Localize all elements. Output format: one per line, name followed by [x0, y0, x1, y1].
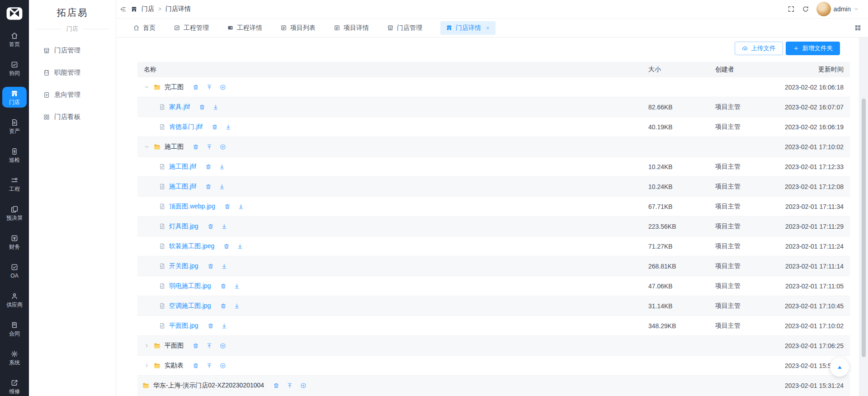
table-row-file[interactable]: 软装施工图.jpeg71.27KB项目主管2023-02-01 17:11:24 [137, 236, 850, 256]
download-icon[interactable] [212, 104, 219, 110]
upload-file-button[interactable]: 上传文件 [735, 42, 783, 55]
download-icon[interactable] [225, 124, 231, 130]
file-name-link[interactable]: 肯德基门.jfif [169, 123, 203, 131]
add-icon[interactable] [220, 343, 226, 349]
upload-icon[interactable] [206, 144, 212, 150]
upload-icon[interactable] [206, 343, 212, 349]
sidebar-item-patrol[interactable]: 巡检 [2, 145, 27, 165]
file-name-link[interactable]: 空调施工图.jpg [169, 302, 211, 310]
download-icon[interactable] [234, 303, 240, 309]
upload-icon[interactable] [287, 382, 293, 389]
chevron-down-icon[interactable] [144, 84, 150, 90]
chevron-right-icon[interactable] [144, 343, 150, 349]
download-icon[interactable] [221, 263, 227, 269]
delete-icon[interactable] [205, 164, 212, 170]
sidebar-item-store[interactable]: 门店 [2, 87, 27, 108]
file-name-link[interactable]: 灯具图.jpg [169, 222, 198, 231]
tab-home[interactable]: 首页 [133, 24, 156, 32]
fullscreen-icon[interactable] [788, 5, 795, 13]
sidebar-item-contract[interactable]: 合同 [2, 318, 27, 339]
download-icon[interactable] [238, 203, 244, 210]
tab-store-manage[interactable]: 门店管理 [387, 24, 422, 32]
new-folder-button[interactable]: 新增文件夹 [786, 42, 840, 55]
table-row-folder[interactable]: 华东-上海-演示门店02-XZ202302010042023-02-01 15:… [137, 376, 850, 396]
table-row-file[interactable]: 灯具图.jpg223.56KB项目主管2023-02-01 17:11:29 [137, 217, 850, 236]
download-icon[interactable] [234, 283, 240, 289]
download-icon[interactable] [237, 243, 243, 250]
chevron-right-icon[interactable] [144, 363, 150, 368]
table-row-file[interactable]: 开关图.jpg268.81KB项目主管2023-02-01 17:11:14 [137, 256, 850, 276]
delete-icon[interactable] [199, 104, 205, 110]
table-row-file[interactable]: 平面图.jpg348.29KB项目主管2023-02-01 17:10:02 [137, 316, 850, 336]
table-row-file[interactable]: 施工图.jfif10.24KB项目主管2023-02-01 17:12:33 [137, 157, 850, 177]
delete-icon[interactable] [223, 243, 230, 250]
tab-options-grid-icon[interactable] [854, 24, 862, 32]
file-name-link[interactable]: 顶面图.webp.jpg [169, 203, 215, 211]
submenu-item-duty-manage[interactable]: 职能管理 [43, 61, 116, 84]
file-name-link[interactable]: 软装施工图.jpeg [169, 242, 214, 250]
upload-icon[interactable] [206, 84, 212, 90]
delete-icon[interactable] [273, 382, 279, 389]
table-row-file[interactable]: 弱电施工图.jpg47.06KB项目主管2023-02-01 17:11:05 [137, 276, 850, 296]
table-row-folder[interactable]: 施工图2023-02-01 17:10:02 [137, 137, 850, 157]
delete-icon[interactable] [208, 263, 214, 269]
sidebar-item-project[interactable]: 工程 [2, 174, 27, 194]
file-name-link[interactable]: 开关图.jpg [169, 262, 198, 270]
sidebar-item-asset[interactable]: 资产 [2, 116, 27, 137]
delete-icon[interactable] [220, 303, 226, 309]
delete-icon[interactable] [193, 144, 199, 150]
tab-store-detail[interactable]: 门店详情 [440, 21, 495, 35]
tab-project-manage[interactable]: 工程管理 [174, 24, 209, 32]
back-to-top-button[interactable] [830, 358, 849, 377]
table-row-file[interactable]: 顶面图.webp.jpg67.71KB项目主管2023-02-01 17:11:… [137, 197, 850, 217]
sidebar-item-home[interactable]: 首页 [2, 29, 27, 50]
delete-icon[interactable] [208, 223, 214, 230]
delete-icon[interactable] [224, 203, 231, 210]
add-icon[interactable] [220, 144, 226, 150]
sidebar-item-finance[interactable]: 财务 [2, 231, 27, 252]
table-row-folder[interactable]: 平面图2023-02-01 17:06:25 [137, 336, 850, 356]
delete-icon[interactable] [220, 283, 226, 289]
add-icon[interactable] [220, 84, 226, 90]
download-icon[interactable] [221, 223, 227, 230]
download-icon[interactable] [221, 323, 227, 329]
file-name-link[interactable]: 家具.jfif [169, 103, 190, 111]
scrollbar-thumb[interactable] [862, 99, 866, 357]
delete-icon[interactable] [208, 323, 214, 329]
tab-project-detail[interactable]: 工程详情 [227, 24, 262, 32]
table-row-file[interactable]: 空调施工图.jpg31.14KB项目主管2023-02-01 17:10:45 [137, 296, 850, 316]
add-icon[interactable] [300, 382, 307, 389]
tab-project-list[interactable]: 项目列表 [280, 24, 316, 32]
table-row-file[interactable]: 施工图.jfif10.24KB项目主管2023-02-01 17:12:08 [137, 177, 850, 197]
download-icon[interactable] [219, 164, 225, 170]
upload-icon[interactable] [206, 363, 212, 369]
delete-icon[interactable] [205, 184, 212, 190]
delete-icon[interactable] [212, 124, 218, 130]
sidebar-item-repair[interactable]: 维修 [2, 376, 27, 396]
delete-icon[interactable] [193, 363, 199, 369]
download-icon[interactable] [219, 184, 225, 190]
file-name-link[interactable]: 平面图.jpg [169, 322, 198, 330]
submenu-item-intent-manage[interactable]: 意向管理 [43, 84, 116, 106]
collapse-sidebar-icon[interactable] [120, 6, 127, 13]
refresh-icon[interactable] [802, 5, 809, 13]
table-row-folder[interactable]: 实勘表2023-02-01 15:55:03 [137, 356, 850, 376]
breadcrumb-root[interactable]: 门店 [142, 5, 154, 13]
delete-icon[interactable] [193, 343, 199, 349]
file-name-link[interactable]: 弱电施工图.jpg [169, 282, 211, 290]
table-row-file[interactable]: 家具.jfif82.66KB项目主管2023-02-02 16:07:07 [137, 97, 850, 117]
close-tab-icon[interactable] [486, 26, 490, 30]
delete-icon[interactable] [193, 84, 199, 90]
sidebar-item-supplier[interactable]: 供应商 [2, 289, 27, 310]
sidebar-item-oa[interactable]: OA [2, 260, 27, 281]
table-row-folder[interactable]: 完工图2023-02-02 16:06:18 [137, 77, 850, 97]
add-icon[interactable] [220, 363, 226, 369]
file-name-link[interactable]: 施工图.jfif [169, 163, 196, 171]
sidebar-item-budget[interactable]: 预决算 [2, 203, 27, 223]
submenu-item-store-board[interactable]: 门店看板 [43, 106, 116, 128]
sidebar-item-collab[interactable]: 协同 [2, 58, 27, 79]
tab-project-detail-2[interactable]: 项目详情 [334, 24, 369, 32]
submenu-item-store-manage[interactable]: 门店管理 [43, 39, 116, 61]
file-name-link[interactable]: 施工图.jfif [169, 183, 196, 191]
user-menu[interactable]: admin [816, 2, 859, 16]
